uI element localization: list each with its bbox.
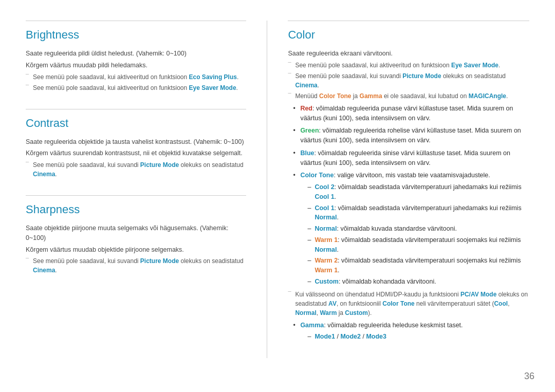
color-bullet-green-label: Green	[300, 127, 319, 134]
contrast-note1-prefix: See menüü pole saadaval, kui suvandi	[33, 161, 140, 169]
sharpness-note1-prefix: See menüü pole saadaval, kui suvandi	[33, 257, 140, 265]
color-note4-prefix: Kui välisseond on ühendatud HDMI/DP-kaud…	[295, 291, 460, 298]
color-note2-suffix: .	[318, 82, 319, 89]
contrast-section: Contrast Saate reguleerida objektide ja …	[26, 109, 246, 179]
color-note1-suffix: .	[498, 62, 500, 69]
color-note3-middle2: ei ole saadaval, kui lubatud on	[382, 92, 469, 100]
color-bullet-green-text: : võimaldab reguleerida rohelise värvi k…	[300, 127, 521, 144]
color-note4-middle2: , on funktsiooniil	[337, 300, 382, 307]
brightness-note2-link: Eye Saver Mode	[189, 84, 236, 91]
colortone-cool1: Cool 1: võimaldab seadistada värvitemper…	[307, 203, 529, 223]
gamma-mode3: Mode3	[366, 333, 386, 340]
color-bullet-red: Red: võimaldab reguleerida punase värvi …	[293, 104, 529, 123]
gamma-text: : võimaldab reguleerida heleduse keskmis…	[324, 322, 462, 329]
colortone-normal: Normal: võimaldab kuvada standardse värv…	[307, 224, 529, 234]
color-note3: Menüüd Color Tone ja Gamma ei ole saadav…	[288, 91, 529, 101]
gamma-bullet-list: Gamma: võimaldab reguleerida heleduse ke…	[288, 321, 529, 342]
color-note1: See menüü pole saadaval, kui aktiveeritu…	[288, 61, 529, 70]
brightness-section: Brightness Saate reguleerida pildi üldis…	[26, 21, 246, 92]
color-bullet-colortone-text: : valige värvitoon, mis vastab teie vaat…	[334, 172, 490, 179]
contrast-note1-link2: Cinema	[33, 171, 55, 178]
colortone-sublist: Cool 2: võimaldab seadistada värvitemper…	[300, 182, 529, 287]
contrast-note1-middle: olekuks on seadistatud	[179, 161, 243, 169]
color-note4-warm: Warm	[320, 309, 337, 316]
color-note1-link: Eye Saver Mode	[451, 62, 498, 69]
colortone-custom-label: Custom	[314, 278, 339, 285]
contrast-desc2: Kõrgem väärtus suurendab kontrastsust, n…	[26, 148, 246, 158]
color-note2-link2: Cinema	[295, 82, 317, 89]
contrast-note1: See menüü pole saadaval, kui suvandi Pic…	[26, 160, 246, 179]
colortone-cool2: Cool 2: võimaldab seadistada värvitemper…	[307, 182, 529, 202]
colortone-warm2-ref: Warm 1	[314, 267, 338, 274]
color-note4-cool: Cool	[494, 300, 508, 307]
right-column: Color Saate reguleerida ekraani värvitoo…	[267, 21, 529, 358]
color-note4-link1: PC/AV Mode	[460, 291, 496, 298]
contrast-note1-suffix: .	[55, 171, 57, 178]
brightness-note2-suffix: .	[236, 84, 238, 91]
color-note2: See menüü pole saadaval, kui suvandi Pic…	[288, 71, 529, 90]
sharpness-note1: See menüü pole saadaval, kui suvandi Pic…	[26, 256, 246, 275]
brightness-title: Brightness	[26, 21, 246, 42]
color-bullet-blue-text: : võimaldab reguleerida sinise värvi kül…	[300, 150, 510, 166]
color-section: Color Saate reguleerida ekraani värvitoo…	[288, 21, 529, 342]
left-column: Brightness Saate reguleerida pildi üldis…	[26, 21, 267, 358]
color-note4-middle3: neli värvitemperatuuri sätet (	[415, 300, 494, 307]
color-note3-link1: Color Tone	[319, 92, 351, 100]
color-bullet-red-label: Red	[300, 105, 312, 112]
sharpness-title: Sharpness	[26, 195, 246, 216]
colortone-cool1-label: Cool 1	[314, 204, 334, 212]
color-bullet-blue-label: Blue	[300, 150, 314, 157]
colortone-warm2: Warm 2: võimaldab seadistada värvitemper…	[307, 256, 529, 275]
colortone-warm1-label: Warm 1	[314, 236, 338, 244]
sharpness-note1-middle: olekuks on seadistatud	[179, 257, 243, 265]
color-note4-normal: Normal	[295, 309, 316, 316]
gamma-modes: Mode1 / Mode2 / Mode3	[307, 332, 529, 342]
color-bullet-green: Green: võimaldab reguleerida rohelise vä…	[293, 126, 529, 145]
gamma-sublist: Mode1 / Mode2 / Mode3	[300, 332, 529, 342]
brightness-note1-prefix: See menüü pole saadaval, kui aktiveeritu…	[33, 73, 189, 81]
colortone-warm2-label: Warm 2	[314, 257, 338, 264]
gamma-label: Gamma	[300, 322, 324, 329]
sharpness-note1-link: Picture Mode	[140, 257, 179, 265]
contrast-title: Contrast	[26, 109, 246, 130]
brightness-note2-prefix: See menüü pole saadaval, kui aktiveeritu…	[33, 84, 189, 91]
color-title: Color	[288, 21, 529, 42]
brightness-note2: See menüü pole saadaval, kui aktiveeritu…	[26, 83, 246, 92]
color-bullet-colortone: Color Tone: valige värvitoon, mis vastab…	[293, 171, 529, 286]
colortone-normal-label: Normal	[314, 225, 337, 232]
color-note2-prefix: See menüü pole saadaval, kui suvandi	[295, 72, 402, 80]
brightness-desc1: Saate reguleerida pildi üldist heledust.…	[26, 49, 246, 59]
colortone-warm1: Warm 1: võimaldab seadistada värvitemper…	[307, 235, 529, 255]
sharpness-section: Sharpness Saate objektide piirjoone muut…	[26, 195, 246, 275]
color-note1-prefix: See menüü pole saadaval, kui aktiveeritu…	[295, 62, 451, 69]
sharpness-desc2: Kõrgem väärtus muudab objektide piirjoon…	[26, 245, 246, 255]
brightness-note1-suffix: .	[237, 73, 238, 81]
color-note3-link3: MAGICAngle	[469, 92, 506, 100]
gamma-mode2: Mode2	[340, 333, 361, 340]
color-note3-link2: Gamma	[360, 92, 382, 100]
color-desc1: Saate reguleerida ekraani värvitooni.	[288, 49, 529, 59]
brightness-note1-link: Eco Saving Plus	[189, 73, 237, 81]
sharpness-note1-suffix: .	[55, 267, 57, 274]
contrast-desc1: Saate reguleerida objektide ja tausta va…	[26, 137, 246, 147]
brightness-note1: See menüü pole saadaval, kui aktiveeritu…	[26, 72, 246, 82]
color-bullet-blue: Blue: võimaldab reguleerida sinise värvi…	[293, 148, 529, 168]
sharpness-desc1: Saate objektide piirjoone muuta selgemak…	[26, 223, 246, 243]
page-number: 36	[524, 371, 534, 382]
color-note4-link2: AV	[328, 300, 337, 307]
color-note3-suffix: .	[506, 92, 508, 100]
colortone-warm1-text: : võimaldab seadistada värvitemperatuuri…	[338, 236, 521, 244]
color-note4-custom: Custom	[345, 309, 368, 316]
color-note4-link3: Color Tone	[382, 300, 414, 307]
color-note3-prefix: Menüüd	[295, 92, 319, 100]
color-note2-link: Picture Mode	[402, 72, 441, 80]
colortone-cool1-text: : võimaldab seadistada värvitemperatuuri…	[335, 204, 522, 212]
colortone-warm1-ref: Normal	[314, 246, 337, 253]
color-note3-middle: ja	[351, 92, 360, 100]
color-note2-middle: olekuks on seadistatud	[441, 72, 506, 80]
brightness-desc2: Kõrgem väärtus muudab pildi heledamaks.	[26, 61, 246, 70]
colortone-normal-text: : võimaldab kuvada standardse värvitooni…	[337, 225, 456, 232]
contrast-note1-link: Picture Mode	[140, 161, 179, 169]
colortone-custom-text: : võimaldab kohandada värvitooni.	[339, 278, 436, 285]
color-note4: Kui välisseond on ühendatud HDMI/DP-kaud…	[288, 290, 529, 318]
